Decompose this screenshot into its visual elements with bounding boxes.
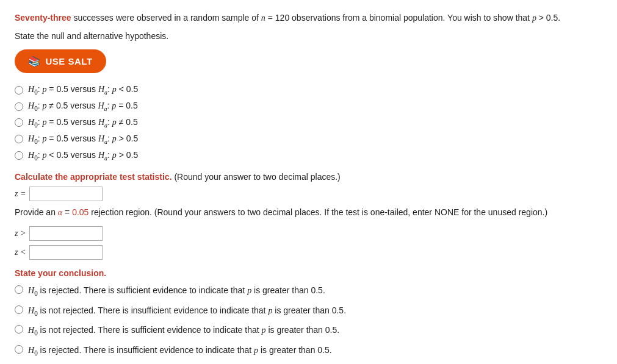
z-less-input[interactable] bbox=[29, 245, 103, 260]
intro-paragraph: Seventy-three successes were observed in… bbox=[15, 11, 602, 25]
hypothesis-radio-5[interactable] bbox=[15, 151, 23, 160]
rejection-text-3: rejection region. (Round your answers to… bbox=[91, 207, 547, 217]
hypothesis-options-group: H0: p = 0.5 versus Ha: p < 0.5 H0: p ≠ 0… bbox=[15, 84, 602, 161]
use-salt-button[interactable]: 📚 USE SALT bbox=[15, 49, 106, 73]
rejection-text-1: Provide an bbox=[15, 207, 58, 217]
hypothesis-radio-3[interactable] bbox=[15, 118, 23, 127]
z-equals-label: z = bbox=[15, 189, 26, 199]
hypothesis-option-4: H0: p = 0.5 versus Ha: p > 0.5 bbox=[15, 134, 602, 145]
conclusion-label-text: State your conclusion. bbox=[15, 268, 106, 278]
conclusion-section: State your conclusion. H0 is rejected. T… bbox=[15, 268, 602, 358]
conclusion-section-label: State your conclusion. bbox=[15, 268, 602, 278]
conclusion-option-3: H0 is not rejected. There is sufficient … bbox=[15, 324, 602, 338]
conclusion-label-4[interactable]: H0 is rejected. There is insufficient ev… bbox=[28, 344, 332, 358]
conclusion-option-2: H0 is not rejected. There is insufficien… bbox=[15, 304, 602, 318]
state-hypothesis-label: State the null and alternative hypothesi… bbox=[15, 31, 602, 41]
conclusion-label-2[interactable]: H0 is not rejected. There is insufficien… bbox=[28, 304, 346, 318]
conclusion-label-3[interactable]: H0 is not rejected. There is sufficient … bbox=[28, 324, 339, 338]
z-greater-label: z > bbox=[15, 229, 26, 238]
book-icon: 📚 bbox=[28, 55, 41, 67]
calc-round-note: (Round your answer to two decimal places… bbox=[174, 172, 340, 182]
hypothesis-radio-2[interactable] bbox=[15, 102, 23, 111]
conclusion-option-1: H0 is rejected. There is sufficient evid… bbox=[15, 284, 602, 298]
calc-label-text: Calculate the appropriate test statistic… bbox=[15, 172, 172, 182]
rejection-section-label: Provide an α = 0.05 rejection region. (R… bbox=[15, 205, 602, 219]
intro-text-1: successes were observed in a random samp… bbox=[73, 13, 261, 23]
conclusion-radio-1[interactable] bbox=[15, 285, 23, 294]
hypothesis-label-5[interactable]: H0: p < 0.5 versus Ha: p > 0.5 bbox=[28, 150, 138, 162]
alpha-label: α bbox=[58, 208, 62, 217]
z-input-row: z = bbox=[15, 187, 602, 201]
z-greater-row: z > bbox=[15, 226, 602, 241]
intro-seventy-three: Seventy-three bbox=[15, 13, 71, 23]
hypothesis-radio-4[interactable] bbox=[15, 135, 23, 143]
hypothesis-radio-1[interactable] bbox=[15, 86, 23, 95]
z-greater-input[interactable] bbox=[29, 226, 103, 241]
hypothesis-option-5: H0: p < 0.5 versus Ha: p > 0.5 bbox=[15, 150, 602, 162]
hypothesis-label-4[interactable]: H0: p = 0.5 versus Ha: p > 0.5 bbox=[28, 134, 138, 145]
hypothesis-label-3[interactable]: H0: p = 0.5 versus Ha: p ≠ 0.5 bbox=[28, 117, 138, 129]
conclusion-option-4: H0 is rejected. There is insufficient ev… bbox=[15, 344, 602, 358]
intro-text-2: = bbox=[268, 13, 275, 23]
intro-p: p bbox=[532, 13, 536, 23]
hypothesis-option-3: H0: p = 0.5 versus Ha: p ≠ 0.5 bbox=[15, 117, 602, 129]
conclusion-radio-4[interactable] bbox=[15, 345, 23, 354]
z-input[interactable] bbox=[29, 187, 103, 201]
z-less-label: z < bbox=[15, 248, 26, 257]
hypothesis-option-2: H0: p ≠ 0.5 versus Ha: p = 0.5 bbox=[15, 101, 602, 112]
rejection-text-2: = bbox=[65, 207, 72, 217]
hypothesis-option-1: H0: p = 0.5 versus Ha: p < 0.5 bbox=[15, 84, 602, 96]
conclusion-radio-3[interactable] bbox=[15, 325, 23, 334]
intro-p-condition: > 0.5. bbox=[539, 13, 560, 23]
use-salt-label: USE SALT bbox=[46, 56, 93, 66]
hypothesis-label-2[interactable]: H0: p ≠ 0.5 versus Ha: p = 0.5 bbox=[28, 101, 138, 112]
calc-section-label: Calculate the appropriate test statistic… bbox=[15, 172, 602, 182]
z-less-row: z < bbox=[15, 245, 602, 260]
intro-n-value: 120 observations from a binomial populat… bbox=[275, 13, 532, 23]
conclusion-label-1[interactable]: H0 is rejected. There is sufficient evid… bbox=[28, 284, 325, 298]
alpha-value: 0.05 bbox=[72, 207, 88, 217]
state-hypothesis-text: State the null and alternative hypothesi… bbox=[15, 31, 168, 41]
hypothesis-label-1[interactable]: H0: p = 0.5 versus Ha: p < 0.5 bbox=[28, 84, 138, 96]
intro-n: n bbox=[261, 13, 265, 23]
conclusion-radio-2[interactable] bbox=[15, 305, 23, 314]
